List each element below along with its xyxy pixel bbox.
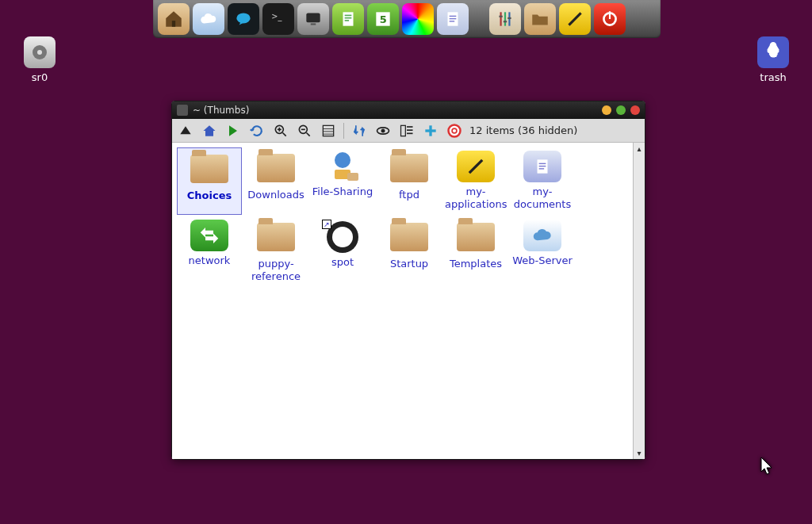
file-item-label: my-applications — [445, 186, 507, 210]
file-item-spot[interactable]: ↗ spot — [310, 216, 375, 287]
svg-rect-53 — [539, 168, 545, 169]
folder-icon[interactable] — [524, 3, 556, 35]
file-item-my-documents[interactable]: my-documents — [510, 147, 575, 215]
svg-text:>_: >_ — [271, 12, 282, 21]
svg-rect-18 — [499, 16, 502, 17]
scroll-up-button[interactable]: ▴ — [634, 143, 645, 155]
symlink-badge: ↗ — [322, 220, 331, 229]
svg-line-27 — [283, 132, 286, 136]
list-view-button[interactable] — [320, 122, 337, 140]
toolbar: 12 items (36 hidden) — [172, 119, 645, 143]
file-item-downloads[interactable]: Downloads — [243, 147, 308, 215]
file-item-my-applications[interactable]: my-applications — [443, 147, 508, 215]
svg-rect-13 — [450, 18, 457, 19]
file-item-web-server[interactable]: Web-Server — [510, 216, 575, 287]
file-item-ftpd[interactable]: ftpd — [377, 147, 442, 215]
svg-text:♻: ♻ — [768, 47, 779, 61]
svg-rect-8 — [345, 20, 349, 21]
cursor-icon — [760, 457, 775, 480]
svg-point-1 — [236, 13, 250, 23]
show-hidden-button[interactable] — [374, 122, 392, 140]
file-item-label: File-Sharing — [312, 186, 373, 198]
titlebar[interactable]: ~ (Thumbs) — [172, 101, 645, 119]
desktop-icon-label: trash — [741, 71, 805, 83]
file-item-label: puppy-reference — [245, 258, 307, 282]
file-item-label: ftpd — [378, 189, 440, 201]
file-item-label: Downloads — [245, 189, 307, 201]
apps-icon — [457, 151, 495, 182]
add-button[interactable] — [422, 122, 439, 140]
svg-rect-6 — [345, 15, 352, 17]
file-item-label: Web-Server — [511, 254, 573, 267]
svg-rect-0 — [172, 21, 175, 27]
help-button[interactable] — [446, 122, 463, 140]
svg-point-38 — [381, 128, 385, 132]
desktop-icon-trash[interactable]: ♻ trash — [741, 36, 805, 83]
sort-button[interactable] — [350, 122, 368, 140]
up-button[interactable] — [177, 122, 194, 140]
minimize-button[interactable] — [602, 105, 611, 115]
desktop-icon-sr0[interactable]: sr0 — [8, 36, 71, 83]
forward-button[interactable] — [224, 122, 242, 140]
file-item-startup[interactable]: Startup — [377, 216, 442, 287]
file-item-label: Choices — [179, 189, 239, 202]
file-item-templates[interactable]: Templates — [443, 216, 508, 287]
trash-icon: ♻ — [757, 36, 789, 68]
dock: >_ 5 — [153, 0, 661, 38]
cloud-icon[interactable] — [193, 3, 224, 35]
scrollbar[interactable]: ▴ ▾ — [633, 143, 645, 459]
files-icon[interactable] — [158, 3, 190, 35]
spreadsheet-icon[interactable]: 5 — [367, 3, 399, 35]
home-button[interactable] — [201, 122, 218, 140]
refresh-button[interactable] — [248, 122, 266, 140]
ruler-icon[interactable] — [559, 3, 591, 35]
svg-rect-52 — [539, 166, 546, 166]
document-icon[interactable] — [437, 3, 469, 35]
folder-icon — [390, 154, 428, 182]
terminal-icon[interactable]: >_ — [262, 3, 294, 35]
svg-rect-19 — [504, 21, 507, 22]
svg-rect-22 — [609, 11, 611, 19]
svg-point-24 — [37, 50, 42, 55]
file-item-puppy-reference[interactable]: puppy-reference — [243, 216, 308, 287]
folder-icon — [390, 223, 428, 251]
desktop-icon-label: sr0 — [8, 71, 71, 83]
folder-icon — [457, 223, 495, 251]
svg-rect-12 — [450, 16, 457, 17]
close-button[interactable] — [630, 105, 640, 115]
monitor-icon[interactable] — [297, 3, 329, 35]
disc-icon — [24, 36, 56, 68]
file-item-choices[interactable]: Choices — [177, 147, 242, 215]
toolbar-separator — [343, 123, 344, 139]
svg-line-31 — [307, 132, 310, 136]
svg-rect-51 — [539, 163, 546, 164]
file-item-file-sharing[interactable]: File-Sharing — [310, 147, 375, 215]
svg-rect-4 — [311, 23, 316, 25]
chat-icon[interactable] — [228, 3, 259, 35]
file-item-label: Startup — [378, 258, 440, 270]
scroll-down-button[interactable]: ▾ — [634, 447, 645, 459]
share-icon — [324, 151, 362, 182]
svg-rect-5 — [343, 12, 354, 25]
details-view-button[interactable] — [398, 122, 416, 140]
status-text: 12 items (36 hidden) — [469, 124, 577, 136]
zoom-out-button[interactable] — [296, 122, 313, 140]
file-item-label: my-documents — [511, 186, 573, 210]
maximize-button[interactable] — [616, 105, 626, 115]
svg-point-46 — [452, 128, 457, 133]
zoom-in-button[interactable] — [272, 122, 289, 140]
svg-text:5: 5 — [380, 13, 387, 25]
svg-rect-16 — [504, 12, 506, 25]
file-item-label: network — [178, 254, 240, 267]
text-editor-icon[interactable] — [332, 3, 364, 35]
svg-point-47 — [335, 152, 350, 168]
power-icon[interactable] — [594, 3, 626, 35]
spot-icon: ↗ — [324, 221, 362, 253]
color-settings-icon[interactable] — [402, 3, 434, 35]
window-title: ~ (Thumbs) — [193, 105, 249, 116]
mixer-icon[interactable] — [489, 3, 521, 35]
svg-rect-39 — [401, 125, 406, 136]
svg-rect-3 — [306, 13, 320, 22]
file-item-network[interactable]: network — [177, 216, 242, 287]
folder-icon — [190, 155, 228, 183]
